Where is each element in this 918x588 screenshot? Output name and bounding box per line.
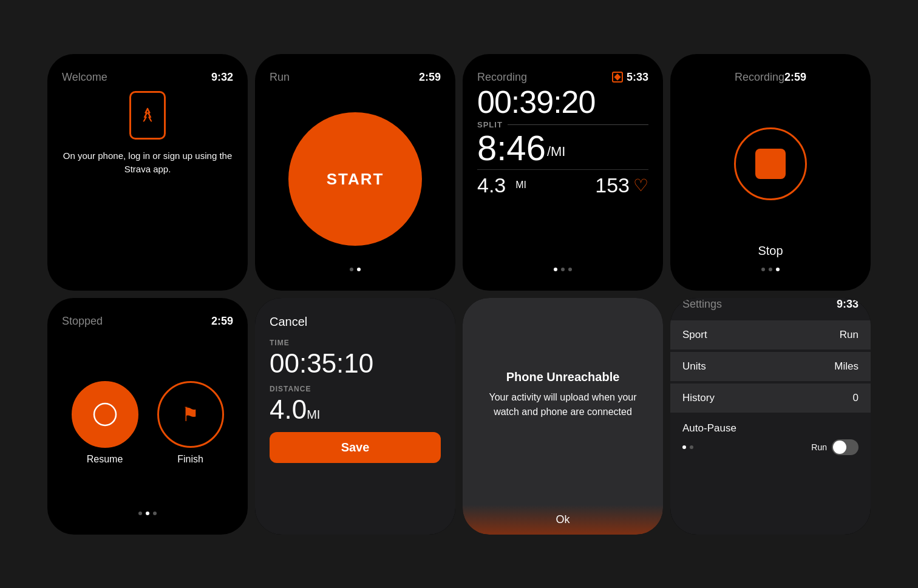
rdot-1 [554,268,557,271]
distance-label: DISTANCE [270,385,441,393]
settings-screen: Settings 9:33 Sport Run Units Miles Hist… [670,298,871,535]
stop-screen: Recording 2:59 Stop [670,54,871,291]
watch-unreachable: Phone Unreachable Your activity will upl… [463,298,663,535]
heart-rate-value: 153 [595,174,630,197]
settings-title: Settings [682,298,722,311]
split-value-row: 8:46/MI [477,130,648,166]
start-label: START [327,170,384,189]
unreachable-message: Your activity will upload when your watc… [483,390,642,419]
split-divider [508,124,648,125]
toggle-sub-dots [682,445,693,449]
auto-pause-toggle[interactable] [832,439,858,455]
unreachable-screen: Phone Unreachable Your activity will upl… [463,298,663,535]
heart-stat: 153 ♡ [595,174,648,197]
stop-square-icon [755,149,786,179]
recording-page-dots [477,268,648,274]
recording-timer: 00:39:20 [477,86,648,118]
run-header: Run 2:59 [270,71,441,84]
summary-timer: 00:35:10 [270,348,441,379]
strava-phone-icon [129,91,166,140]
dot-2 [357,268,361,271]
units-label: Units [682,360,706,373]
flag-icon: ⚑ [182,403,199,426]
stopped-actions: Resume ⚑ Finish [62,335,233,512]
run-page-dots [270,268,441,274]
sdot-2 [769,268,772,271]
row-1: Welcome 9:32 On your phone, log in or si… [47,54,871,291]
toggle-thumb [833,441,846,454]
stopped-header: Stopped 2:59 [62,315,233,328]
dot-1 [350,268,353,271]
history-value: 0 [853,392,858,404]
svg-point-1 [97,406,114,423]
recording-title: Recording [477,71,527,84]
start-button-wrap: START [270,91,441,268]
heart-icon: ♡ [633,175,648,195]
settings-row-units[interactable]: Units Miles [670,352,871,381]
toggle-row: Run [670,437,871,455]
cancel-screen: Cancel TIME 00:35:10 DISTANCE 4.0MI Save [255,298,455,535]
stats-divider [477,169,648,170]
tdot-1 [682,445,686,449]
stopped-page-dots [62,512,233,518]
welcome-time: 9:32 [211,71,233,84]
summary-dist-row: 4.0MI [270,394,441,425]
settings-header: Settings 9:33 [670,298,871,311]
settings-time: 9:33 [837,298,858,311]
resume-action: Resume [72,381,138,465]
rec-icon [612,72,623,83]
stop-label: Stop [758,244,783,258]
tdot-2 [690,445,693,449]
recording-stats-screen: Recording 5:33 00:39:20 SPLIT 8:46/MI 4.… [463,54,663,291]
sport-value: Run [840,329,858,341]
watch-recording-stop: Recording 2:59 Stop [670,54,871,291]
stop-button[interactable] [734,127,807,200]
watch-stopped: Stopped 2:59 Resume ⚑ [47,298,248,535]
watch-run: Run 2:59 START [255,54,455,291]
watch-recording-stats: Recording 5:33 00:39:20 SPLIT 8:46/MI 4.… [463,54,663,291]
stdot-3 [153,512,157,515]
summary-dist-unit: MI [307,408,320,421]
unreachable-title: Phone Unreachable [506,370,620,384]
save-button[interactable]: Save [270,432,441,463]
start-button[interactable]: START [288,112,422,246]
watch-cancel: Cancel TIME 00:35:10 DISTANCE 4.0MI Save [255,298,455,535]
stop-page-dots [761,268,780,274]
row-2: Stopped 2:59 Resume ⚑ [47,298,871,535]
rdot-3 [568,268,572,271]
settings-row-sport[interactable]: Sport Run [670,320,871,350]
split-unit: /MI [547,144,566,159]
stopped-time: 2:59 [211,315,233,328]
sdot-1 [761,268,765,271]
rec-badge: 5:33 [612,71,648,84]
stopped-title: Stopped [62,315,103,328]
cancel-label[interactable]: Cancel [270,315,441,329]
recording-time: 5:33 [627,71,648,84]
resume-button[interactable] [72,381,138,448]
stop-header: Recording 2:59 [735,71,806,84]
stopped-screen: Stopped 2:59 Resume ⚑ [47,298,248,535]
sdot-3 [776,268,780,271]
sport-label: Sport [682,329,707,341]
stop-content: Stop [734,91,807,268]
toggle-sub-label: Run [811,442,827,452]
resume-label: Resume [87,454,123,465]
ok-button[interactable]: Ok [471,513,654,526]
finish-label: Finish [177,454,203,465]
strava-logo-svg [138,106,157,124]
time-label: TIME [270,339,441,347]
recording-header: Recording 5:33 [477,71,648,84]
ok-button-wrap: Ok [463,505,663,535]
watch-settings: Settings 9:33 Sport Run Units Miles Hist… [670,298,871,535]
finish-action: ⚑ Finish [157,381,224,465]
welcome-header: Welcome 9:32 [62,71,233,84]
stdot-1 [138,512,142,515]
run-time: 2:59 [419,71,441,84]
toggle-with-label: Run [811,439,858,455]
units-value: Miles [834,360,858,373]
run-title: Run [270,71,290,84]
stdot-2 [146,512,149,515]
settings-row-history[interactable]: History 0 [670,384,871,413]
run-screen: Run 2:59 START [255,54,455,291]
finish-button[interactable]: ⚑ [157,381,224,448]
